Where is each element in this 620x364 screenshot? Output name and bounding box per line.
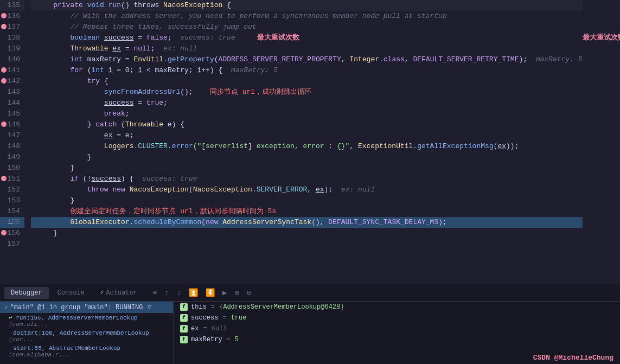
line-number: 152 [0, 184, 24, 195]
code-token: getAllExceptionMsg [417, 142, 493, 150]
toolbar-btn-up[interactable]: ↑ [162, 288, 171, 298]
line-code: } [31, 228, 583, 239]
line-number: 151 [0, 174, 24, 184]
side-note: 最大重试次数 [257, 34, 299, 42]
code-token: CLUSTER [138, 142, 168, 150]
code-token: DEFAULT_SYNC_TASK_DELAY_MS [328, 218, 438, 226]
var-icon: f [180, 314, 188, 322]
table-row: →155 GlobalExecutor.scheduleByCommon(new… [0, 217, 620, 228]
code-table: 135 private void run() throws NacosExcep… [0, 0, 620, 250]
line-code: int maxRetry = EnvUtil.getProperty(ADDRE… [31, 54, 583, 65]
line-code: } catch (Throwable e) { [31, 119, 583, 130]
code-token: int [91, 66, 104, 74]
table-row: 136 // With the address server, you need… [0, 11, 620, 22]
toolbar-btn-top[interactable]: ⏫ [187, 287, 200, 298]
tab-actuator[interactable]: ⚡Actuator [93, 286, 144, 299]
var-value: 5 [235, 336, 239, 343]
gutter [24, 22, 31, 33]
code-token: run [108, 1, 121, 9]
thread-filter-icon[interactable]: ▽ [147, 303, 151, 311]
breakpoint-indicator[interactable] [1, 24, 7, 29]
code-token: (), [311, 218, 328, 226]
code-token: ; [151, 44, 155, 53]
line-number: 147 [0, 130, 24, 141]
tab-console[interactable]: Console [51, 287, 91, 299]
code-token: success: true [172, 34, 235, 42]
code-token: = [133, 34, 146, 42]
toolbar-btn-down[interactable]: ↓ [175, 288, 183, 298]
thread-status-icon: ✓ [4, 304, 8, 311]
code-token: ; [125, 110, 130, 118]
code-token: success [91, 175, 121, 183]
var-value: {AddressServerMemberLookup@6428} [219, 303, 344, 311]
call-stack-item-0[interactable]: ↩ run:155, AddressServerMemberLookup (co… [0, 313, 173, 329]
table-row: 147 ex = e; [0, 130, 620, 141]
code-token: new [206, 218, 218, 226]
toolbar-btn-collapse[interactable]: ⊟ [245, 287, 253, 298]
thread-name: "main" @1 in group "main": RUNNING [10, 304, 143, 311]
var-name: ex [191, 325, 199, 333]
breakpoint-indicator[interactable] [1, 230, 7, 235]
var-icon: f [180, 325, 188, 333]
line-number: 138 [0, 33, 24, 43]
panel-body: ✓ "main" @1 in group "main": RUNNING ▽ ↩… [0, 302, 620, 364]
call-stack-method-0: run:155, AddressServerMemberLookup (com.… [9, 315, 138, 328]
panel-right: fthis = {AddressServerMemberLookup@6428}… [174, 302, 620, 364]
breakpoint-indicator[interactable] [1, 13, 7, 18]
thread-item[interactable]: ✓ "main" @1 in group "main": RUNNING ▽ [0, 302, 173, 313]
code-token: if [70, 175, 79, 183]
code-token: ; [168, 34, 172, 42]
table-row: 154 创建全局定时任务，定时同步节点 url，默认同步间隔时间为 5s [0, 206, 620, 217]
code-token: catch [95, 120, 117, 129]
toolbar-btn-list[interactable]: ≡ [150, 288, 159, 298]
toolbar-btn-resume[interactable]: ▶ [220, 287, 229, 298]
execution-arrow: → [8, 218, 12, 229]
call-stack-method-1: doStart:100, AddressServerMemberLookup (… [9, 330, 149, 343]
line-code: syncFromAddressUrl(); 同步节点 url，成功则跳出循环 [31, 87, 583, 98]
code-token: maxRetry [155, 66, 189, 74]
gutter [24, 43, 31, 54]
csdn-watermark: CSDN @MichelleChung [533, 354, 613, 362]
call-stack-arrow-icon: ↩ [9, 315, 16, 321]
editor-area: 135 private void run() throws NacosExcep… [0, 0, 620, 284]
code-token: ; [189, 66, 197, 74]
panel-left: ✓ "main" @1 in group "main": RUNNING ▽ ↩… [0, 302, 174, 364]
code-token: NacosException [130, 186, 189, 194]
call-stack-item-1[interactable]: doStart:100, AddressServerMemberLookup (… [0, 329, 173, 344]
side-note-cell: 最大重试次数 [583, 33, 620, 43]
breakpoint-indicator[interactable] [1, 78, 7, 84]
gutter [24, 163, 31, 174]
code-token: = e; [112, 131, 133, 139]
gutter [24, 54, 31, 65]
var-value: true [231, 314, 247, 322]
line-code: Loggers.CLUSTER.error("[serverlist] exce… [31, 141, 583, 152]
tab-debugger[interactable]: Debugger [4, 287, 49, 299]
line-code: throw new NacosException(NacosException.… [31, 184, 583, 195]
gutter [24, 130, 31, 141]
code-token: maxRetry [87, 55, 121, 63]
code-token [36, 77, 87, 85]
code-token [36, 186, 87, 194]
code-token: EnvUtil [133, 55, 163, 63]
line-number: 146 [0, 119, 24, 130]
code-token: ("[serverlist] exception, error : {}", [193, 142, 358, 150]
code-token: Throwable [125, 120, 163, 129]
code-token: . [163, 55, 168, 63]
call-stack-item-2[interactable]: start:55, AbstractMemberLookup (com.alib… [0, 344, 173, 359]
table-row: 150 } [0, 163, 620, 174]
breakpoint-indicator[interactable] [1, 176, 7, 181]
var-value: null [212, 325, 227, 333]
table-row: 139 Throwable ex = null; ex: null [0, 43, 620, 54]
toolbar-btn-grid[interactable]: ⊞ [233, 287, 241, 298]
breakpoint-indicator[interactable] [1, 122, 7, 127]
code-token: false [146, 34, 168, 42]
code-token: SERVER_ERROR [257, 186, 308, 194]
line-number: 143 [0, 87, 24, 98]
code-token: { [222, 1, 231, 9]
breakpoint-indicator[interactable] [1, 67, 7, 73]
code-token: ADDRESS_SERVER_RETRY_PROPERTY [219, 55, 341, 63]
gutter [24, 98, 31, 108]
line-code [31, 239, 583, 250]
toolbar-btn-bottom[interactable]: ⏬ [203, 287, 217, 298]
code-token [36, 88, 104, 96]
